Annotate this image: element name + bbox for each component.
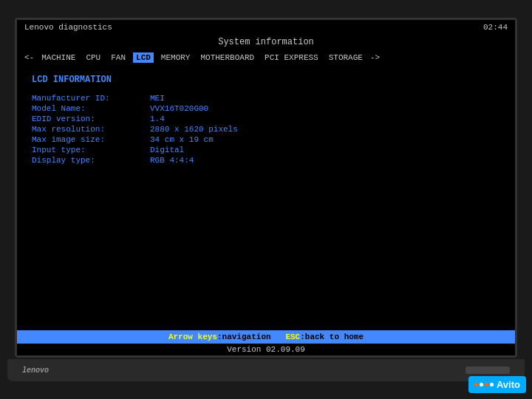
nav-forward-arrow[interactable]: -> <box>370 53 380 62</box>
table-row: Manufacturer ID: MEI <box>32 94 500 103</box>
nav-item-storage[interactable]: STORAGE <box>326 52 366 63</box>
content-area: LCD INFORMATION Manufacturer ID: MEI Mod… <box>17 66 515 330</box>
table-row: Max image size: 34 cm x 19 cm <box>32 135 500 144</box>
label-manufacturer: Manufacturer ID: <box>32 94 150 103</box>
esc-label: ESC <box>285 332 300 341</box>
table-row: EDID version: 1.4 <box>32 115 500 123</box>
value-input-type: Digital <box>150 146 184 154</box>
nav-item-pci-express[interactable]: PCI EXPRESS <box>262 52 321 63</box>
esc-desc: :back to home <box>300 332 364 341</box>
nav-item-memory[interactable]: MEMORY <box>158 52 194 63</box>
nav-item-cpu[interactable]: CPU <box>83 52 103 63</box>
app-title: Lenovo diagnostics <box>24 23 112 32</box>
avito-badge: Avito <box>468 376 526 393</box>
screen: Lenovo diagnostics 02:44 System informat… <box>15 18 517 358</box>
value-model: VVX16T020G00 <box>150 104 208 113</box>
table-row: Model Name: VVX16T020G00 <box>32 104 500 113</box>
value-manufacturer: MEI <box>150 94 165 103</box>
clock: 02:44 <box>483 23 508 32</box>
arrow-keys-desc: :navigation <box>217 332 271 341</box>
label-input-type: Input type: <box>32 146 150 154</box>
label-max-resolution: Max resolution: <box>32 125 150 134</box>
nav-item-lcd[interactable]: LCD <box>133 52 154 63</box>
avito-icon <box>474 383 494 386</box>
table-row: Display type: RGB 4:4:4 <box>32 156 500 165</box>
label-model: Model Name: <box>32 104 150 113</box>
nav-item-motherboard[interactable]: MOTHERBOARD <box>197 52 257 63</box>
value-display-type: RGB 4:4:4 <box>150 156 194 165</box>
value-edid: 1.4 <box>150 115 165 123</box>
value-max-image-size: 34 cm x 19 cm <box>150 135 214 144</box>
info-table: Manufacturer ID: MEI Model Name: VVX16T0… <box>32 94 500 165</box>
label-edid: EDID version: <box>32 115 150 123</box>
nav-back-arrow[interactable]: <- <box>24 53 34 62</box>
nav-item-fan[interactable]: FAN <box>108 52 129 63</box>
status-bar: Arrow keys:navigation ESC:back to home <box>17 330 515 344</box>
lenovo-logo: lenovo <box>22 366 49 375</box>
lcd-section-title: LCD INFORMATION <box>32 75 500 85</box>
arrow-keys-label: Arrow keys <box>168 332 217 341</box>
version-bar: Version 02.09.09 <box>17 344 515 355</box>
laptop-bezel: lenovo <box>7 359 525 381</box>
nav-item-machine[interactable]: MACHINE <box>38 52 78 63</box>
table-row: Max resolution: 2880 x 1620 pixels <box>32 125 500 134</box>
version-text: Version 02.09.09 <box>227 345 305 354</box>
label-max-image-size: Max image size: <box>32 135 150 144</box>
table-row: Input type: Digital <box>32 146 500 154</box>
section-title: System information <box>218 37 314 47</box>
avito-label: Avito <box>497 379 520 390</box>
label-display-type: Display type: <box>32 156 150 165</box>
value-max-resolution: 2880 x 1620 pixels <box>150 125 238 134</box>
nav-bar: <- MACHINE CPU FAN LCD MEMORY MOTHERBOAR… <box>17 50 515 66</box>
